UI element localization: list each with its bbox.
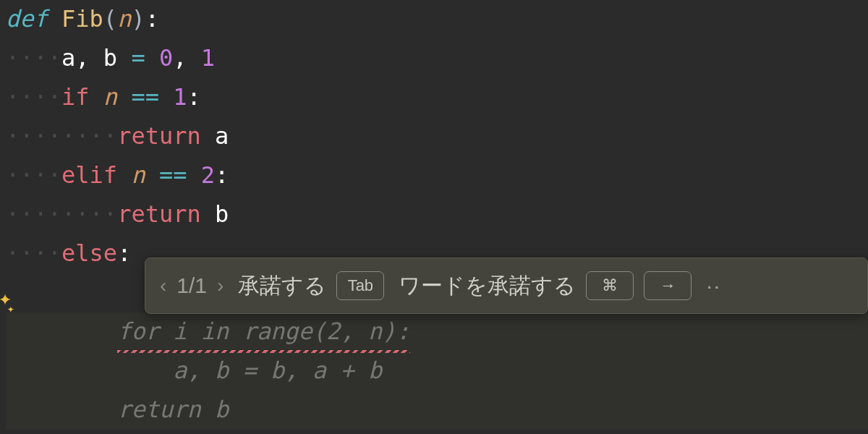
code-line[interactable]: ········return b bbox=[6, 195, 868, 234]
space bbox=[159, 79, 173, 116]
space bbox=[145, 157, 159, 194]
inline-suggestion-toolbar[interactable]: ‹ 1/1 › 承諾する Tab ワードを承諾する ⌘ → ·· bbox=[145, 258, 868, 314]
keyword-def: def bbox=[6, 1, 48, 38]
suggestion-text: for i in range(2, n): bbox=[117, 313, 410, 350]
code-line[interactable]: def Fib(n): bbox=[6, 0, 868, 39]
keyword-return: return bbox=[117, 118, 201, 155]
var-a: a bbox=[61, 40, 75, 77]
suggestion-line: return b bbox=[6, 391, 868, 430]
code-line[interactable]: ····a, b = 0, 1 bbox=[6, 39, 868, 78]
space bbox=[145, 40, 159, 77]
cmd-keycap-icon: ⌘ bbox=[586, 271, 634, 300]
indent: ···· bbox=[6, 79, 61, 116]
num-1: 1 bbox=[201, 40, 215, 77]
function-name: Fib bbox=[61, 1, 103, 38]
suggestion-nav: ‹ 1/1 › bbox=[160, 268, 224, 303]
indent: ···· bbox=[6, 157, 61, 194]
indent: ········ bbox=[6, 196, 117, 233]
var-a: a bbox=[215, 118, 229, 155]
indent bbox=[6, 391, 117, 428]
space bbox=[187, 40, 200, 77]
space bbox=[201, 118, 215, 155]
next-suggestion-icon[interactable]: › bbox=[217, 270, 224, 302]
space bbox=[187, 157, 200, 194]
var-b: b bbox=[103, 40, 117, 77]
whitespace bbox=[48, 1, 61, 38]
colon: : bbox=[187, 79, 200, 116]
code-editor[interactable]: def Fib(n): ····a, b = 0, 1 ····if n == … bbox=[0, 0, 868, 430]
accept-word-button[interactable]: ワードを承諾する ⌘ → bbox=[399, 268, 692, 303]
indent: ···· bbox=[6, 40, 61, 77]
comma: , bbox=[75, 40, 89, 77]
suggestion-line: for i in range(2, n): bbox=[6, 312, 868, 352]
num-2: 2 bbox=[201, 157, 215, 194]
eq-eq: == bbox=[159, 157, 187, 194]
var-n: n bbox=[103, 79, 117, 116]
space bbox=[117, 40, 131, 77]
var-b: b bbox=[215, 196, 229, 233]
space bbox=[90, 40, 103, 77]
space bbox=[90, 79, 103, 116]
num-1: 1 bbox=[173, 79, 187, 116]
suggestion-text: return b bbox=[117, 391, 229, 428]
accept-label: 承諾する bbox=[238, 268, 326, 303]
paren-open: ( bbox=[103, 1, 117, 38]
suggestion-line: a, b = b, a + b bbox=[6, 352, 868, 391]
arrow-keycap-icon: → bbox=[644, 271, 692, 300]
code-line[interactable]: ········return a bbox=[6, 117, 868, 156]
code-line[interactable]: ····elif n == 2: bbox=[6, 156, 868, 195]
ai-sparkle-icon: ✦✦ bbox=[0, 281, 19, 315]
equals: = bbox=[131, 40, 145, 77]
more-icon[interactable]: ·· bbox=[706, 268, 721, 303]
code-line[interactable]: ····if n == 1: bbox=[6, 78, 868, 117]
colon: : bbox=[145, 1, 159, 38]
comma: , bbox=[173, 40, 187, 77]
num-0: 0 bbox=[159, 40, 173, 77]
param-n: n bbox=[117, 1, 131, 38]
suggestion-counter: 1/1 bbox=[176, 268, 207, 303]
indent: ········ bbox=[6, 118, 117, 155]
keyword-else: else bbox=[61, 235, 117, 272]
tab-keycap-icon: Tab bbox=[336, 271, 384, 300]
eq-eq: == bbox=[131, 79, 159, 116]
accept-suggestion-button[interactable]: 承諾する Tab bbox=[238, 268, 384, 303]
indent bbox=[6, 352, 173, 389]
keyword-elif: elif bbox=[61, 157, 117, 194]
paren-close: ) bbox=[131, 1, 145, 38]
colon: : bbox=[215, 157, 229, 194]
var-n: n bbox=[131, 157, 145, 194]
indent bbox=[6, 313, 117, 350]
space bbox=[117, 157, 131, 194]
suggestion-text: a, b = b, a + b bbox=[173, 352, 382, 389]
accept-word-label: ワードを承諾する bbox=[399, 268, 576, 303]
space bbox=[201, 196, 215, 233]
space bbox=[117, 79, 131, 116]
indent: ···· bbox=[6, 235, 61, 272]
colon: : bbox=[117, 235, 131, 272]
keyword-if: if bbox=[61, 79, 90, 116]
prev-suggestion-icon[interactable]: ‹ bbox=[160, 270, 166, 302]
keyword-return: return bbox=[117, 196, 201, 233]
